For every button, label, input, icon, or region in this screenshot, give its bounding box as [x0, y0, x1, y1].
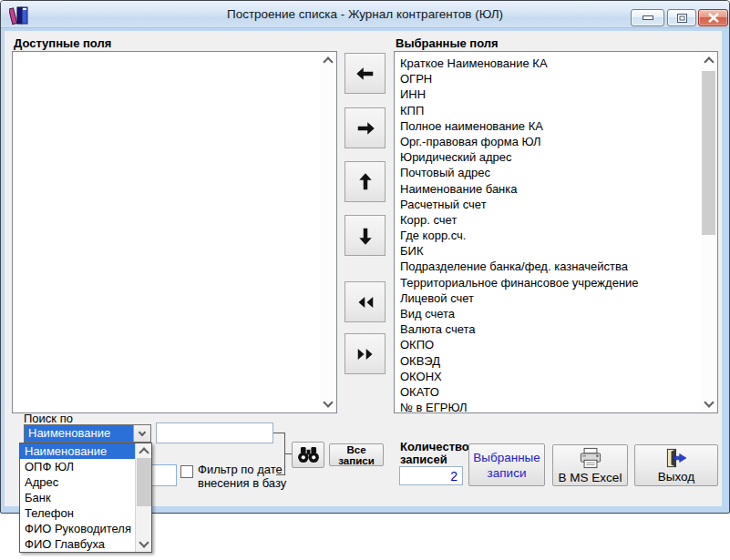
title-bar[interactable]: Построение списка - Журнал контрагентов …: [1, 1, 729, 28]
selected-field-item[interactable]: ОКОНХ: [395, 369, 717, 384]
selected-field-item[interactable]: Краткое Наименование КА: [395, 56, 717, 71]
selected-field-item[interactable]: ИНН: [395, 87, 717, 102]
move-left-button[interactable]: [344, 53, 386, 94]
dropdown-option[interactable]: Телефон: [20, 505, 135, 521]
double-arrow-left-icon: [355, 291, 376, 313]
arrow-up-icon: [355, 171, 376, 193]
selected-field-item[interactable]: Полное наименование КА: [395, 118, 717, 134]
arrow-down-icon: [355, 225, 376, 247]
move-all-right-button[interactable]: [344, 333, 386, 374]
exit-label: Выход: [658, 470, 694, 484]
selected-field-item[interactable]: Вид счета: [395, 306, 717, 321]
search-field-dropdown[interactable]: НаименованиеОПФ ЮЛАдресБанкТелефонФИО Ру…: [19, 443, 152, 553]
selected-field-item[interactable]: КПП: [395, 103, 717, 118]
selected-field-item[interactable]: ОГРН: [395, 71, 717, 87]
printer-icon: [578, 447, 603, 469]
selected-field-item[interactable]: Юридический адрес: [395, 149, 717, 165]
scroll-down-icon[interactable]: [136, 537, 151, 552]
scrollbar-thumb[interactable]: [137, 458, 151, 506]
move-all-left-button[interactable]: [344, 281, 386, 322]
exit-button[interactable]: Выход: [634, 444, 718, 486]
maximize-button[interactable]: [667, 9, 696, 26]
connector-line: [276, 474, 285, 475]
dropdown-option[interactable]: ФИО Руководителя: [20, 521, 135, 536]
selected-field-item[interactable]: Валюта счета: [395, 321, 717, 337]
arrow-left-icon: [355, 63, 376, 85]
selected-field-item[interactable]: Наименование банка: [395, 181, 717, 197]
close-button[interactable]: [698, 9, 728, 26]
scroll-down-icon[interactable]: [320, 397, 335, 412]
move-up-button[interactable]: [344, 161, 386, 202]
dropdown-option[interactable]: ОПФ ЮЛ: [20, 459, 135, 474]
search-field-combobox[interactable]: Наименование: [24, 424, 151, 443]
arrow-right-icon: [355, 117, 376, 139]
chevron-down-icon: [139, 428, 146, 435]
search-input[interactable]: [156, 423, 273, 443]
scroll-down-icon[interactable]: [701, 397, 716, 412]
scrollbar-thumb[interactable]: [702, 71, 715, 235]
dropdown-option[interactable]: Банк: [20, 490, 135, 505]
record-count-value[interactable]: [399, 466, 463, 485]
dropdown-scrollbar[interactable]: [135, 443, 151, 552]
selected-records-label: Выбранные записи: [473, 450, 540, 481]
close-icon: [708, 13, 719, 23]
selected-fields-list[interactable]: Краткое Наименование КАОГРНИННКПППолное …: [394, 51, 718, 413]
selected-field-item[interactable]: Лицевой счет: [395, 290, 717, 306]
double-arrow-right-icon: [355, 343, 376, 365]
export-excel-label: В MS Excel: [559, 471, 622, 484]
export-excel-button[interactable]: В MS Excel: [552, 444, 628, 486]
find-button[interactable]: [292, 442, 324, 468]
scroll-up-icon[interactable]: [136, 443, 151, 458]
dropdown-option[interactable]: Адрес: [20, 474, 135, 490]
scroll-up-icon[interactable]: [701, 53, 716, 67]
selected-records-button[interactable]: Выбранные записи: [468, 443, 545, 486]
selected-field-item[interactable]: ОКАТО: [395, 384, 717, 400]
selected-field-item[interactable]: БИК: [395, 243, 717, 259]
selected-field-item[interactable]: ОКВЭД: [395, 353, 717, 369]
exit-door-icon: [665, 448, 687, 468]
dialog-window: Построение списка - Журнал контрагентов …: [0, 0, 730, 514]
selected-field-item[interactable]: Расчетный счет: [395, 197, 717, 212]
selected-field-item[interactable]: Территориальное финансовое учреждение: [395, 275, 717, 290]
minimize-icon: [643, 15, 653, 20]
dropdown-option[interactable]: Наименование: [20, 443, 135, 459]
selected-field-item[interactable]: Орг.-правовая форма ЮЛ: [395, 134, 717, 149]
minimize-button[interactable]: [631, 9, 664, 26]
search-by-label: Поиск по: [24, 412, 73, 425]
selected-list-scrollbar[interactable]: [701, 53, 716, 412]
selected-field-item[interactable]: Корр. счет: [395, 212, 717, 228]
available-list-scrollbar[interactable]: [320, 53, 335, 412]
combobox-dropdown-button[interactable]: [133, 425, 150, 442]
scroll-up-icon[interactable]: [320, 53, 335, 67]
move-right-button[interactable]: [344, 107, 386, 148]
selected-field-item[interactable]: Почтовый адрес: [395, 165, 717, 180]
combobox-value: Наименование: [25, 425, 133, 442]
date-filter-checkbox[interactable]: [180, 465, 193, 478]
dropdown-options[interactable]: НаименованиеОПФ ЮЛАдресБанкТелефонФИО Ру…: [20, 443, 135, 552]
window-title: Построение списка - Журнал контрагентов …: [1, 7, 729, 21]
selected-field-item[interactable]: ОКПО: [395, 337, 717, 352]
selected-field-item[interactable]: № в ЕГРЮЛ: [395, 400, 717, 413]
date-filter-label: Фильтр по дате внесения в базу: [198, 463, 291, 490]
selected-field-item[interactable]: Подразделение банка/фед. казначейства: [395, 259, 717, 274]
all-records-label: Все записи: [330, 444, 383, 466]
available-fields-list[interactable]: [12, 51, 337, 413]
dropdown-option[interactable]: ФИО Главбуха: [20, 536, 135, 552]
available-fields-label: Доступные поля: [14, 36, 111, 50]
selected-fields-label: Выбранные поля: [396, 36, 499, 50]
binoculars-icon: [297, 446, 320, 463]
all-records-button[interactable]: Все записи: [329, 443, 384, 466]
move-down-button[interactable]: [344, 215, 386, 256]
maximize-icon: [677, 14, 687, 23]
selected-field-item[interactable]: Где корр.сч.: [395, 228, 717, 243]
